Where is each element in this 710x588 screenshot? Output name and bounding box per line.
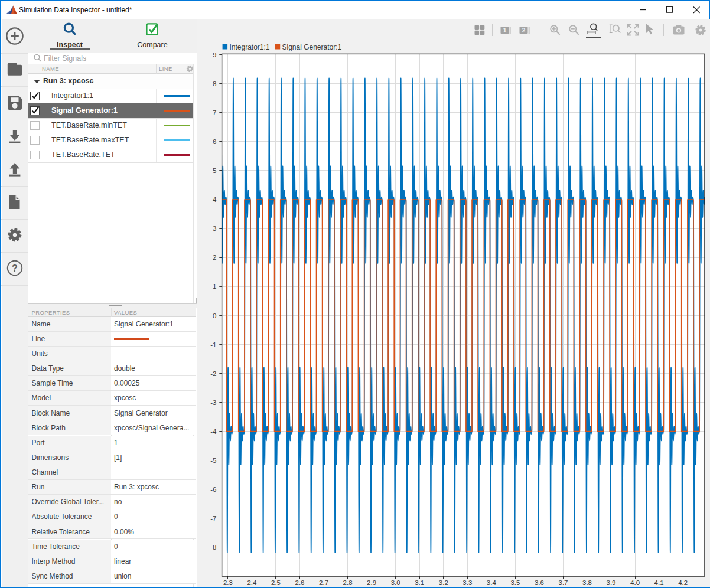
svg-text:-6: -6 xyxy=(210,486,216,493)
svg-text:-1: -1 xyxy=(210,341,216,348)
svg-text:2.6: 2.6 xyxy=(295,579,305,586)
svg-text:-8: -8 xyxy=(210,544,216,551)
svg-text:3.1: 3.1 xyxy=(415,579,424,586)
svg-text:3.6: 3.6 xyxy=(535,579,544,586)
svg-text:3.0: 3.0 xyxy=(391,579,400,586)
svg-text:-4: -4 xyxy=(210,428,217,435)
svg-text:6: 6 xyxy=(213,138,216,145)
svg-text:2.9: 2.9 xyxy=(367,579,376,586)
svg-text:4.1: 4.1 xyxy=(654,579,664,586)
svg-text:3.8: 3.8 xyxy=(582,579,592,586)
svg-text:2: 2 xyxy=(213,254,216,261)
svg-text:-5: -5 xyxy=(210,457,216,464)
svg-text:-7: -7 xyxy=(210,515,216,522)
svg-text:1: 1 xyxy=(213,283,216,290)
svg-text:3.3: 3.3 xyxy=(463,579,472,586)
svg-text:3.9: 3.9 xyxy=(607,579,616,586)
svg-text:2.8: 2.8 xyxy=(343,579,353,586)
svg-text:Signal Generator:1: Signal Generator:1 xyxy=(282,43,342,51)
svg-text:?: ? xyxy=(12,263,18,273)
svg-text:4.2: 4.2 xyxy=(678,579,688,586)
svg-text:4: 4 xyxy=(213,196,217,203)
svg-text:-3: -3 xyxy=(210,399,216,406)
svg-text:7: 7 xyxy=(213,109,216,116)
svg-text:3.2: 3.2 xyxy=(439,579,448,586)
svg-text:3.4: 3.4 xyxy=(487,579,497,586)
svg-text:3: 3 xyxy=(213,225,216,232)
svg-text:3.7: 3.7 xyxy=(559,579,568,586)
svg-text:2.5: 2.5 xyxy=(271,579,281,586)
svg-text:5: 5 xyxy=(213,167,216,174)
svg-text:0: 0 xyxy=(213,312,216,319)
svg-text:2.7: 2.7 xyxy=(319,579,328,586)
svg-text:8: 8 xyxy=(213,80,216,87)
svg-text:2.3: 2.3 xyxy=(223,579,233,586)
svg-text:9: 9 xyxy=(213,51,216,58)
svg-text:Integrator1:1: Integrator1:1 xyxy=(230,43,270,51)
svg-text:2.4: 2.4 xyxy=(247,579,257,586)
svg-text:-2: -2 xyxy=(210,370,216,377)
svg-text:3.5: 3.5 xyxy=(510,579,520,586)
svg-text:4.0: 4.0 xyxy=(630,579,640,586)
